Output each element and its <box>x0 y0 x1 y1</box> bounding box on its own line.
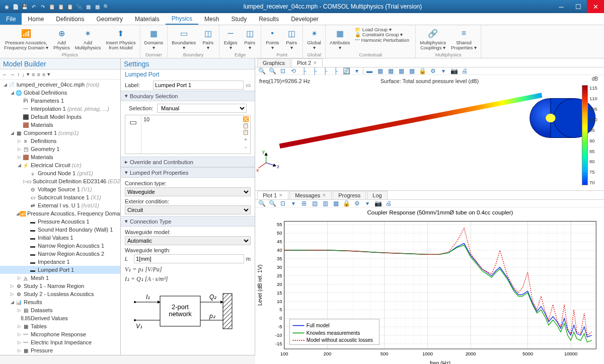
tree-node[interactable]: ◢🌐Global Definitions <box>0 89 120 97</box>
ribbon-domains[interactable]: ▦Domains ▾ <box>142 26 166 52</box>
ribbon-attributes[interactable]: ▦Attributes ▾ <box>328 26 352 52</box>
toolbar-icon[interactable]: 📷 <box>449 67 459 75</box>
tree-node[interactable]: ▷◬Mesh 1 <box>0 274 120 282</box>
wg-len-input[interactable] <box>134 254 244 263</box>
graphics-3d-view[interactable]: freq(179)=9286.2 Hz Surface: Total sound… <box>255 75 604 191</box>
menu-developer[interactable]: Developer <box>285 13 325 25</box>
menu-geometry[interactable]: Geometry <box>90 13 129 25</box>
toolbar-icon[interactable]: ▾ <box>439 67 448 75</box>
tree-node[interactable]: ◢▦Component 1(comp1) <box>0 129 120 137</box>
tree-node[interactable]: ◢📊Results <box>0 298 120 306</box>
menu-definitions[interactable]: Definitions <box>50 13 90 25</box>
tree-node[interactable]: ▬Lumped Port 1 <box>0 266 120 274</box>
ribbon-global[interactable]: ✴Global ▾ <box>305 26 323 52</box>
ribbon-points[interactable]: •Points ▾ <box>263 26 281 52</box>
goto-source-icon[interactable]: ▭ <box>246 82 251 89</box>
toolbar-icon[interactable]: ⟲ <box>289 67 298 75</box>
conn-type-dropdown[interactable]: Waveguide <box>125 187 251 196</box>
toolbar-icon[interactable]: 🔒 <box>342 200 351 207</box>
qa-icon[interactable]: 🔍 <box>103 3 110 10</box>
tree-node[interactable]: ▷▦Tables <box>0 322 120 330</box>
qa-icon[interactable]: ◉ <box>3 3 10 10</box>
plot-tab[interactable]: Progress <box>333 191 366 199</box>
toolbar-icon[interactable]: ▦ <box>386 67 395 75</box>
tree-node[interactable]: 8.85Derived Values <box>0 314 120 322</box>
ribbon-pairs[interactable]: ◫Pairs ▾ <box>241 26 259 52</box>
qa-icon[interactable]: ↶ <box>30 3 37 10</box>
qa-icon[interactable]: 📋 <box>66 3 73 10</box>
close-button[interactable]: ✕ <box>587 0 604 13</box>
toolbar-icon[interactable]: ▦ <box>397 67 406 75</box>
toolbar-icon[interactable]: 🖨 <box>384 200 393 207</box>
tree-node[interactable]: ◢📄lumped_receiver_04cc.mph(root) <box>0 81 120 89</box>
ribbon-shared[interactable]: ≡Shared Properties ▾ <box>449 26 479 52</box>
section-port-properties[interactable]: ▾Lumped Port Properties <box>121 167 255 178</box>
toolbar-icon[interactable]: ▥ <box>321 200 330 207</box>
toolbar-icon[interactable]: ▤ <box>310 200 319 207</box>
toolbar-icon[interactable]: 🖨 <box>460 67 469 75</box>
menu-mesh[interactable]: Mesh <box>198 13 225 25</box>
toolbar-icon[interactable]: ▦ <box>375 67 385 75</box>
tree-node[interactable]: ▭Subcircuit Instance 1(X1) <box>0 193 120 201</box>
toolbar-icon[interactable]: ├ <box>331 67 340 75</box>
tree-node[interactable]: ◢⚡Electrical Circuit(cir) <box>0 161 120 169</box>
tree-node[interactable]: ▷〰Microphone Response <box>0 330 120 338</box>
ribbon-boundaries[interactable]: ▭Boundaries ▾ <box>170 26 198 52</box>
ribbon-pairs[interactable]: ◫Pairs ▾ <box>282 26 300 52</box>
toolbar-icon[interactable]: ⊡ <box>278 200 287 207</box>
mb-tool[interactable]: ▾ <box>27 71 30 78</box>
toolbar-icon[interactable]: ⚙ <box>352 200 361 207</box>
toolbar-icon[interactable]: 🔄 <box>342 67 351 75</box>
selection-list[interactable]: 10 <box>141 115 241 154</box>
tree-node[interactable]: ◢📶Pressure Acoustics, Frequency Domain(a… <box>0 209 120 217</box>
mb-tool[interactable]: ← <box>2 71 8 78</box>
menu-file[interactable]: File <box>0 13 22 25</box>
mb-tool[interactable]: ≡ <box>32 71 35 78</box>
close-tab-icon[interactable]: ✕ <box>322 193 326 198</box>
ribbon-edges[interactable]: ─Edges ▾ <box>221 26 240 52</box>
plot-tab[interactable]: Plot 1✕ <box>257 191 288 199</box>
qa-icon[interactable]: 📋 <box>48 3 55 10</box>
menu-study[interactable]: Study <box>225 13 253 25</box>
sel-paste-icon[interactable]: 📋 <box>243 129 249 135</box>
tree-node[interactable]: ▬Narrow Region Acoustics 2 <box>0 250 120 258</box>
menu-home[interactable]: Home <box>22 13 50 25</box>
tree-node[interactable]: ▷▤Datasets <box>0 306 120 314</box>
menu-physics[interactable]: Physics <box>166 13 198 25</box>
toolbar-icon[interactable]: 📷 <box>373 200 383 207</box>
tree-node[interactable]: PiParameters 1 <box>0 97 120 105</box>
tree-node[interactable]: ▬Pressure Acoustics 1 <box>0 217 120 226</box>
ribbon-pressure-acoustics-[interactable]: 📶Pressure Acoustics, Frequency Domain ▾ <box>2 26 50 52</box>
wg-model-dropdown[interactable]: Automatic <box>125 236 251 245</box>
qa-icon[interactable]: 💾 <box>21 3 28 10</box>
qa-icon[interactable]: 📋 <box>57 3 64 10</box>
ribbon-add[interactable]: ⊕Add Physics <box>51 26 72 52</box>
graphics-tab[interactable]: Graphics <box>257 58 290 67</box>
tree-node[interactable]: ▷⚙Study 1 - Narrow Region <box>0 282 120 290</box>
toolbar-icon[interactable]: ▦ <box>407 67 416 75</box>
tree-node[interactable]: ▷▭Subcircuit Definition ED23146(ED23146) <box>0 177 120 185</box>
mb-tool[interactable]: ≡ <box>42 71 45 78</box>
menu-materials[interactable]: Materials <box>129 13 166 25</box>
ribbon--load-group-[interactable]: 📁 Load Group ▾ 🔒 Constraint Group ▾ 〰 Ha… <box>353 26 413 52</box>
section-connection-type[interactable]: ▾Connection Type <box>121 216 255 227</box>
toolbar-icon[interactable]: 🔍 <box>257 200 266 207</box>
qa-icon[interactable]: ▦ <box>94 3 101 10</box>
mb-tool[interactable]: ▾ <box>47 71 50 78</box>
tree-node[interactable]: 🟫Materials <box>0 121 120 129</box>
toolbar-icon[interactable]: ⊞ <box>299 200 309 207</box>
tree-node[interactable]: ▷▦Pressure <box>0 346 120 354</box>
tree-node[interactable]: ▷⚙Study 2 - Lossless Acoustics <box>0 290 120 298</box>
maximize-button[interactable]: ☐ <box>570 0 587 13</box>
tree-node[interactable]: ⬛Default Model Inputs <box>0 113 120 121</box>
ribbon-add[interactable]: ✴Add Multiphysics <box>73 26 103 52</box>
tree-node[interactable]: 〰Interpolation 1(preal, pimag, ...) <box>0 105 120 113</box>
ext-cond-dropdown[interactable]: Circuit <box>125 205 251 214</box>
plot-tab[interactable]: Log <box>367 191 387 199</box>
sel-toggle-icon[interactable]: 🔀 <box>243 116 249 122</box>
tree-node[interactable]: ▬Impedance 1 <box>0 258 120 266</box>
section-override[interactable]: ▸Override and Contribution <box>121 157 255 167</box>
ribbon-insert-physics[interactable]: ⬆Insert Physics from Model <box>104 26 137 52</box>
toolbar-icon[interactable]: ▾ <box>352 67 361 75</box>
toolbar-icon[interactable]: ⚙ <box>428 67 437 75</box>
